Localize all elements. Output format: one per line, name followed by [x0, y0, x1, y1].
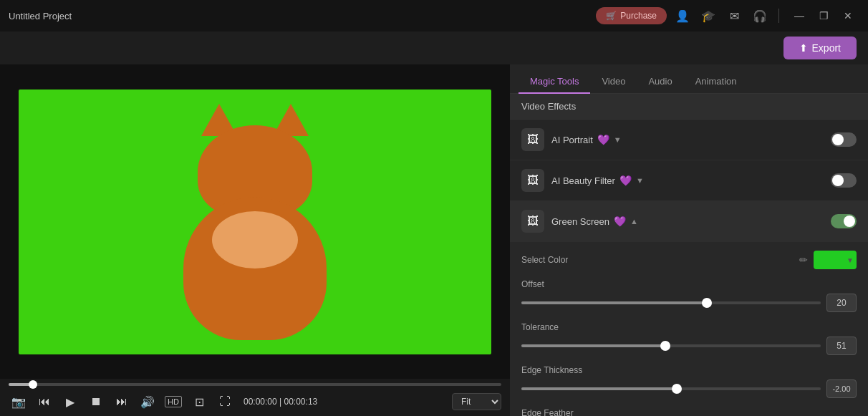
ai-beauty-icon: 🖼 — [521, 169, 544, 192]
skip-forward-icon: ⏭ — [116, 395, 127, 408]
effect-row-ai-portrait: 🖼 AI Portrait 💜 ▼ — [510, 120, 868, 160]
progress-bar[interactable] — [9, 383, 501, 386]
video-preview — [19, 90, 491, 354]
crop-button[interactable]: ⊡ — [189, 392, 209, 412]
divider — [778, 9, 779, 23]
title-bar-left: Untitled Project — [9, 11, 72, 21]
tab-magic-tools[interactable]: Magic Tools — [519, 70, 590, 94]
tolerance-row: Tolerance 51 — [521, 322, 857, 355]
ai-beauty-dropdown[interactable]: ▼ — [636, 176, 644, 185]
tolerance-slider-thumb[interactable] — [660, 341, 670, 351]
portrait-glyph: 🖼 — [527, 133, 539, 146]
edge-thickness-label: Edge Thickness — [521, 365, 857, 375]
play-icon: ▶ — [66, 395, 74, 409]
green-screen-toggle-knob — [844, 216, 855, 227]
green-screen-name: Green Screen 💜 ▲ — [551, 216, 824, 227]
offset-value[interactable]: 20 — [826, 294, 857, 312]
tab-video[interactable]: Video — [590, 70, 637, 94]
main-content: 📷 ⏮ ▶ ⏹ ⏭ 🔊 HD — [0, 64, 868, 416]
ai-portrait-dropdown[interactable]: ▼ — [614, 135, 622, 144]
edge-thickness-slider-row: -2.00 — [521, 379, 857, 398]
export-button[interactable]: ⬆ Export — [783, 37, 857, 59]
green-screen-toggle[interactable] — [831, 214, 857, 228]
green-screen-icon: 🖼 — [521, 210, 544, 233]
color-swatch[interactable]: ▼ — [814, 251, 857, 269]
play-button[interactable]: ▶ — [60, 392, 80, 412]
minimize-button[interactable]: — — [788, 4, 811, 27]
skip-forward-button[interactable]: ⏭ — [112, 392, 132, 412]
green-screen-dropdown[interactable]: ▲ — [630, 217, 638, 226]
edge-thickness-slider-fill — [521, 387, 677, 390]
green-screen-badge: 💜 — [614, 216, 626, 227]
tolerance-slider-track[interactable] — [521, 344, 821, 347]
mail-icon: ✉ — [730, 9, 739, 23]
fullscreen-button[interactable]: ⛶ — [215, 392, 235, 412]
ai-beauty-toggle-knob — [832, 175, 844, 186]
volume-icon: 🔊 — [140, 395, 155, 409]
offset-label-text: Offset — [521, 279, 857, 289]
time-display: 00:00:00 | 00:00:13 — [243, 397, 317, 407]
ai-portrait-name: AI Portrait 💜 ▼ — [551, 134, 824, 145]
ai-beauty-label: AI Beauty Filter — [551, 175, 615, 186]
ai-beauty-badge: 💜 — [619, 175, 632, 186]
edge-thickness-value[interactable]: -2.00 — [826, 379, 857, 398]
green-screen-section: 🖼 Green Screen 💜 ▲ — [510, 201, 868, 416]
ai-portrait-label: AI Portrait — [551, 135, 593, 145]
project-title: Untitled Project — [9, 11, 72, 21]
graduation-button[interactable]: 🎓 — [698, 6, 718, 26]
zoom-select[interactable]: Fit 25% 50% 75% 100% — [452, 393, 501, 410]
purchase-button[interactable]: 🛒 Purchase — [596, 7, 667, 24]
section-header: Video Effects — [510, 94, 868, 120]
controls-row: 📷 ⏮ ▶ ⏹ ⏭ 🔊 HD — [9, 392, 501, 412]
video-wrapper — [0, 64, 510, 379]
effect-row-ai-beauty: 🖼 AI Beauty Filter 💜 ▼ — [510, 160, 868, 201]
ai-portrait-badge: 💜 — [597, 134, 609, 145]
ai-beauty-toggle[interactable] — [831, 173, 857, 188]
tolerance-value[interactable]: 51 — [826, 337, 857, 355]
video-section: 📷 ⏮ ▶ ⏹ ⏭ 🔊 HD — [0, 64, 510, 416]
close-button[interactable]: ✕ — [836, 4, 859, 27]
export-label: Export — [812, 42, 841, 54]
total-time: 00:00:13 — [284, 397, 318, 407]
stop-icon: ⏹ — [90, 395, 102, 408]
resolution-button[interactable]: HD — [163, 392, 183, 412]
tab-audio[interactable]: Audio — [637, 70, 683, 94]
select-color-label-row: Select Color ✏ ▼ — [521, 251, 857, 269]
mail-button[interactable]: ✉ — [724, 6, 744, 26]
title-bar: Untitled Project 🛒 Purchase 👤 🎓 ✉ 🎧 — ❐ … — [0, 0, 868, 32]
current-time: 00:00:00 — [243, 397, 277, 407]
maximize-button[interactable]: ❐ — [812, 4, 835, 27]
title-bar-right: 🛒 Purchase 👤 🎓 ✉ 🎧 — ❐ ✕ — [596, 4, 859, 27]
skip-back-button[interactable]: ⏮ — [34, 392, 54, 412]
screenshot-icon: 📷 — [11, 395, 26, 409]
color-swatch-arrow: ▼ — [847, 256, 854, 264]
crop-icon: ⊡ — [195, 395, 204, 409]
edge-thickness-slider-thumb[interactable] — [672, 384, 682, 394]
edge-feather-label: Edge Feather — [521, 408, 857, 416]
ai-portrait-toggle[interactable] — [831, 132, 857, 147]
account-button[interactable]: 👤 — [672, 6, 693, 26]
beauty-glyph: 🖼 — [527, 174, 539, 187]
green-screen-glyph: 🖼 — [527, 215, 539, 228]
tab-animation[interactable]: Animation — [684, 70, 748, 94]
panel-tabs: Magic Tools Video Audio Animation — [510, 64, 868, 94]
offset-slider-fill — [521, 301, 707, 304]
ai-beauty-name: AI Beauty Filter 💜 ▼ — [551, 175, 824, 186]
tolerance-label-text: Tolerance — [521, 322, 857, 332]
screenshot-button[interactable]: 📷 — [9, 392, 29, 412]
tolerance-label: Tolerance — [521, 322, 857, 332]
pencil-icon[interactable]: ✏ — [799, 254, 808, 266]
color-picker-area: ✏ ▼ — [799, 251, 857, 269]
edge-thickness-slider-track[interactable] — [521, 387, 821, 390]
select-color-row: Select Color ✏ ▼ — [521, 251, 857, 269]
cat-figure — [155, 111, 355, 340]
green-screen-controls: Select Color ✏ ▼ Offset — [510, 242, 868, 416]
stop-button[interactable]: ⏹ — [86, 392, 106, 412]
effect-row-green-screen: 🖼 Green Screen 💜 ▲ — [510, 201, 868, 242]
headphones-button[interactable]: 🎧 — [750, 6, 770, 26]
volume-button[interactable]: 🔊 — [138, 392, 158, 412]
offset-slider-track[interactable] — [521, 301, 821, 304]
panel-content: Video Effects 🖼 AI Portrait 💜 ▼ 🖼 — [510, 94, 868, 416]
green-screen-label: Green Screen — [551, 216, 609, 227]
offset-slider-thumb[interactable] — [702, 298, 712, 308]
